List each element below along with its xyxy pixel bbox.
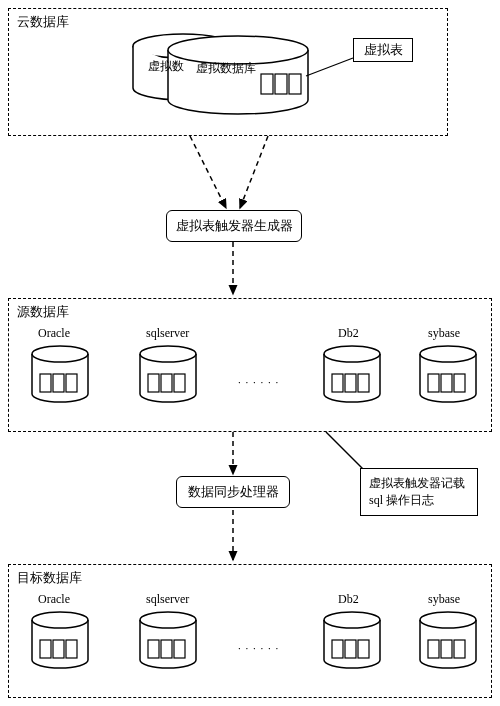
target-db-cylinder-3: [416, 610, 480, 674]
generator-box: 虚拟表触发器生成器: [166, 210, 302, 242]
target-db-cylinder-1: [136, 610, 200, 674]
svg-rect-7: [53, 374, 64, 392]
svg-point-25: [140, 612, 196, 628]
sync-processor-box: 数据同步处理器: [176, 476, 290, 508]
svg-rect-14: [332, 374, 343, 392]
source-db-label-0: Oracle: [38, 326, 70, 341]
annotation-box: 虚拟表触发器记载 sql 操作日志: [360, 468, 478, 516]
svg-rect-28: [174, 640, 185, 658]
svg-rect-20: [454, 374, 465, 392]
svg-rect-36: [454, 640, 465, 658]
source-db-title: 源数据库: [17, 303, 69, 321]
target-db-label-2: Db2: [338, 592, 359, 607]
svg-rect-16: [358, 374, 369, 392]
svg-rect-23: [53, 640, 64, 658]
svg-point-21: [32, 612, 88, 628]
svg-rect-10: [148, 374, 159, 392]
svg-rect-18: [428, 374, 439, 392]
svg-rect-15: [345, 374, 356, 392]
svg-point-33: [420, 612, 476, 628]
source-ellipsis: · · · · · ·: [238, 376, 279, 388]
source-db-label-1: sqlserver: [146, 326, 189, 341]
svg-rect-31: [345, 640, 356, 658]
source-db-cylinder-2: [320, 344, 384, 408]
svg-point-13: [324, 346, 380, 362]
target-db-cylinder-0: [28, 610, 92, 674]
svg-rect-35: [441, 640, 452, 658]
svg-rect-12: [174, 374, 185, 392]
source-db-label-2: Db2: [338, 326, 359, 341]
virtual-table-label: 虚拟表: [353, 38, 413, 62]
source-db-cylinder-3: [416, 344, 480, 408]
svg-rect-30: [332, 640, 343, 658]
svg-rect-11: [161, 374, 172, 392]
svg-rect-19: [441, 374, 452, 392]
svg-rect-8: [66, 374, 77, 392]
svg-rect-27: [161, 640, 172, 658]
virtual-db-back-label: 虚拟数: [148, 58, 184, 75]
architecture-diagram: 云数据库: [8, 8, 492, 698]
virtual-db-front-label: 虚拟数据库: [196, 60, 256, 77]
svg-rect-22: [40, 640, 51, 658]
svg-point-17: [420, 346, 476, 362]
target-db-label-0: Oracle: [38, 592, 70, 607]
source-db-cylinder-1: [136, 344, 200, 408]
svg-rect-26: [148, 640, 159, 658]
svg-point-29: [324, 612, 380, 628]
arrow-cloud-to-generator-right: [240, 136, 268, 208]
target-db-cylinder-2: [320, 610, 384, 674]
svg-point-9: [140, 346, 196, 362]
target-db-label-3: sybase: [428, 592, 460, 607]
svg-rect-32: [358, 640, 369, 658]
svg-rect-24: [66, 640, 77, 658]
target-db-label-1: sqlserver: [146, 592, 189, 607]
target-ellipsis: · · · · · ·: [238, 642, 279, 654]
source-db-label-3: sybase: [428, 326, 460, 341]
svg-point-5: [32, 346, 88, 362]
target-db-title: 目标数据库: [17, 569, 82, 587]
cloud-db-title: 云数据库: [17, 13, 69, 31]
arrow-cloud-to-generator-left: [190, 136, 226, 208]
svg-rect-6: [40, 374, 51, 392]
source-db-cylinder-0: [28, 344, 92, 408]
svg-rect-34: [428, 640, 439, 658]
